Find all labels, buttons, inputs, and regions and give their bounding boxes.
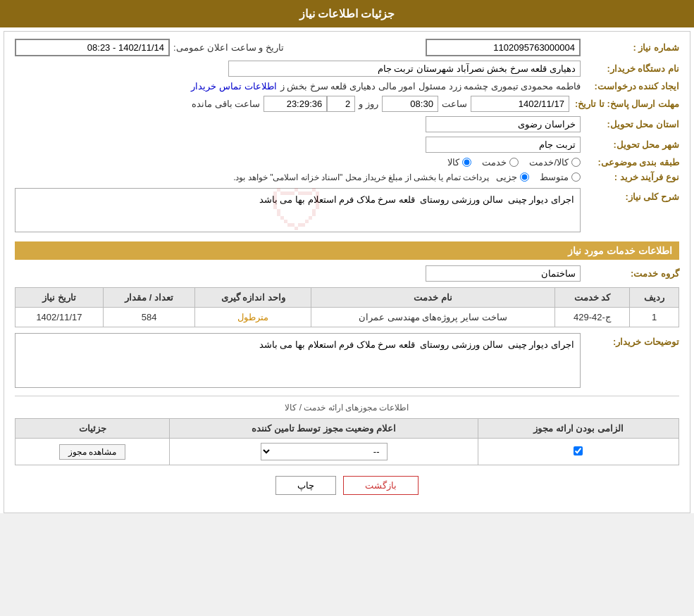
buyer-notes-label: توضیحات خریدار:: [581, 333, 679, 347]
category-row: طبقه بندی موضوعی: کالا/خدمت خدمت کالا: [15, 157, 679, 168]
table-row: 1 ج-42-429 ساخت سایر پروژه‌های مهندسی عم…: [16, 308, 679, 327]
response-date-input[interactable]: [471, 96, 569, 112]
license-status-cell: --: [170, 439, 478, 465]
category-khedmat-radio[interactable]: [509, 158, 519, 167]
purchase-jozi-radio[interactable]: [520, 172, 529, 182]
purchase-type-radio-group: متوسط جزیی: [496, 172, 581, 182]
license-detail-cell: مشاهده مجوز: [16, 439, 170, 465]
col-qty: تعداد / مقدار: [103, 288, 195, 308]
service-group-row: گروه خدمت:: [15, 265, 679, 282]
buyer-notes-row: توضیحات خریدار: اجرای دیوار چینی سالن ور…: [15, 333, 679, 390]
announce-datetime-label: تاریخ و ساعت اعلان عمومی:: [173, 42, 284, 53]
category-kala-label: کالا: [447, 157, 459, 168]
requester-value: فاطمه محمودی تیموری چشمه زرد مسئول امور …: [280, 81, 581, 92]
buyer-notes-textarea[interactable]: اجرای دیوار چینی سالن ورزشی روستای قلعه …: [15, 333, 581, 388]
service-section-title: اطلاعات خدمات مورد نیاز: [15, 241, 679, 260]
city-label: شهر محل تحویل:: [581, 139, 679, 150]
service-table: ردیف کد خدمت نام خدمت واحد اندازه گیری ت…: [15, 287, 679, 327]
need-number-label: شماره نیاز :: [581, 42, 679, 53]
requester-label: ایجاد کننده درخواست:: [581, 81, 679, 92]
purchase-motawaset-label: متوسط: [540, 172, 569, 182]
license-section-link-row: اطلاعات مجوزهای ارائه خدمت / کالا: [15, 402, 679, 413]
response-day-label: روز و: [359, 99, 378, 109]
general-desc-row: شرح کلی نیاز: 🛡: [15, 188, 679, 234]
cell-service-name: ساخت سایر پروژه‌های مهندسی عمران: [311, 308, 554, 327]
col-license-status: اعلام وضعیت مجوز توسط تامین کننده: [170, 419, 478, 439]
cell-qty: 584: [103, 308, 195, 327]
buyer-org-input[interactable]: [228, 61, 581, 77]
requester-link[interactable]: اطلاعات تماس خریدار: [191, 81, 276, 92]
announce-datetime-input[interactable]: [15, 39, 170, 56]
category-label: طبقه بندی موضوعی:: [581, 157, 679, 168]
general-desc-textarea[interactable]: [15, 188, 581, 232]
service-table-header-row: ردیف کد خدمت نام خدمت واحد اندازه گیری ت…: [16, 288, 679, 308]
response-remaining-input[interactable]: [264, 96, 327, 112]
category-kala-khedmat-item[interactable]: کالا/خدمت: [529, 157, 581, 168]
service-section-label: اطلاعات خدمات مورد نیاز: [568, 245, 672, 256]
license-required-cell: [478, 439, 678, 465]
category-khedmat-item[interactable]: خدمت: [482, 157, 519, 168]
province-row: استان محل تحویل:: [15, 116, 679, 132]
category-kala-item[interactable]: کالا: [447, 157, 471, 168]
view-license-button[interactable]: مشاهده مجوز: [59, 444, 125, 460]
need-number-row: شماره نیاز : تاریخ و ساعت اعلان عمومی:: [15, 39, 679, 56]
col-license-required: الزامی بودن ارائه مجوز: [478, 419, 678, 439]
col-row-num: ردیف: [630, 288, 679, 308]
license-table: الزامی بودن ارائه مجوز اعلام وضعیت مجوز …: [15, 418, 679, 465]
page-header: جزئیات اطلاعات نیاز: [0, 0, 694, 27]
requester-row: ایجاد کننده درخواست: فاطمه محمودی تیموری…: [15, 81, 679, 92]
col-service-name: نام خدمت: [311, 288, 554, 308]
back-button[interactable]: بازگشت: [343, 476, 419, 495]
need-number-input[interactable]: [426, 39, 581, 56]
page-title: جزئیات اطلاعات نیاز: [299, 8, 395, 20]
purchase-type-label: نوع فرآیند خرید :: [581, 172, 679, 182]
province-input[interactable]: [426, 116, 581, 132]
purchase-motawaset-radio[interactable]: [571, 172, 581, 182]
response-days-input[interactable]: [327, 96, 355, 112]
category-kala-radio[interactable]: [462, 158, 471, 167]
category-khedmat-label: خدمت: [482, 157, 507, 168]
print-button[interactable]: چاپ: [275, 476, 336, 495]
col-unit: واحد اندازه گیری: [195, 288, 311, 308]
page-container: جزئیات اطلاعات نیاز شماره نیاز : تاریخ و…: [0, 0, 694, 513]
response-deadline-label: مهلت ارسال پاسخ: تا تاریخ:: [569, 99, 679, 109]
license-section-link[interactable]: اطلاعات مجوزهای ارائه خدمت / کالا: [285, 403, 409, 413]
city-row: شهر محل تحویل:: [15, 137, 679, 153]
purchase-type-row: نوع فرآیند خرید : متوسط جزیی پرداخت تمام…: [15, 172, 679, 182]
city-input[interactable]: [426, 137, 581, 153]
cell-date: 1402/11/17: [16, 308, 104, 327]
purchase-jozi-label: جزیی: [496, 172, 517, 182]
province-label: استان محل تحویل:: [581, 119, 679, 130]
response-time-input[interactable]: [382, 96, 438, 112]
license-status-select[interactable]: --: [261, 443, 388, 460]
col-date: تاریخ نیاز: [16, 288, 104, 308]
category-kala-khedmat-radio[interactable]: [571, 158, 581, 167]
cell-service-code: ج-42-429: [554, 308, 629, 327]
purchase-jozi-item[interactable]: جزیی: [496, 172, 529, 182]
response-deadline-row: مهلت ارسال پاسخ: تا تاریخ: ساعت روز و سا…: [15, 96, 679, 112]
main-content: شماره نیاز : تاریخ و ساعت اعلان عمومی: ن…: [4, 31, 690, 513]
service-group-input[interactable]: [426, 265, 581, 282]
section-divider: [15, 396, 679, 396]
service-group-label: گروه خدمت:: [581, 268, 679, 279]
cell-unit: مترطول: [195, 308, 311, 327]
response-remaining-label: ساعت باقی مانده: [192, 99, 260, 109]
general-desc-label: شرح کلی نیاز:: [581, 188, 679, 202]
license-required-checkbox[interactable]: [574, 446, 583, 455]
purchase-motawaset-item[interactable]: متوسط: [540, 172, 581, 182]
col-service-code: کد خدمت: [554, 288, 629, 308]
buyer-org-label: نام دستگاه خریدار:: [581, 63, 679, 74]
license-table-header-row: الزامی بودن ارائه مجوز اعلام وضعیت مجوز …: [16, 419, 679, 439]
footer-buttons: بازگشت چاپ: [15, 476, 679, 495]
purchase-desc: پرداخت تمام یا بخشی از مبلغ خریداز محل "…: [233, 172, 489, 182]
category-kala-khedmat-label: کالا/خدمت: [529, 157, 569, 168]
response-time-label: ساعت: [442, 99, 467, 109]
category-radio-group: کالا/خدمت خدمت کالا: [447, 157, 581, 168]
cell-row-num: 1: [630, 308, 679, 327]
buyer-org-row: نام دستگاه خریدار:: [15, 61, 679, 77]
col-license-detail: جزئیات: [16, 419, 170, 439]
license-table-row: -- مشاهده مجوز: [16, 439, 679, 465]
